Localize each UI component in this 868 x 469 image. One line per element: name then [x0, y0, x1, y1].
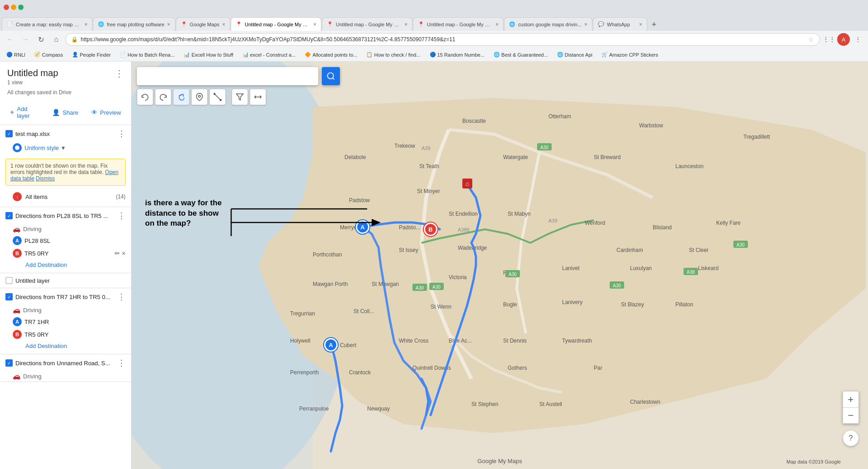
- filter-btn[interactable]: [232, 89, 248, 105]
- tab-map-plotting[interactable]: 🌐 free map plotting software ×: [93, 17, 175, 31]
- header-menu-btn[interactable]: ⋮: [115, 68, 124, 79]
- bookmark-favicon-batch-rename: 📄: [120, 52, 126, 58]
- new-tab-btn[interactable]: +: [648, 18, 660, 31]
- svg-text:Bugle: Bugle: [503, 301, 517, 308]
- layer-directions-pl28-header[interactable]: ✓ Directions from PL28 8SL to TR5 ... ⋮: [0, 207, 131, 224]
- tab-untitled-map-2[interactable]: 📍 Untitled map - Google My M... ×: [322, 17, 412, 31]
- layer-directions-tr7-header[interactable]: ✓ Directions from TR7 1HR to TR5 0... ⋮: [0, 288, 131, 305]
- tab-favicon-create-map: 📄: [7, 21, 13, 28]
- tab-close-custom-maps[interactable]: ×: [584, 21, 587, 28]
- tab-close-untitled-map-active[interactable]: ×: [313, 21, 316, 28]
- share-btn[interactable]: 👤 Share: [49, 107, 81, 118]
- layer-directions-unnamed-checkbox[interactable]: ✓: [5, 359, 13, 367]
- layer-test-map-checkbox[interactable]: ✓: [5, 130, 13, 137]
- tab-close-whatsapp[interactable]: ×: [639, 21, 642, 28]
- annotation-arrow: [231, 209, 385, 236]
- layer-directions-unnamed-menu[interactable]: ⋮: [117, 358, 126, 368]
- undo-btn[interactable]: [137, 89, 153, 105]
- layer-test-map-menu[interactable]: ⋮: [117, 129, 126, 139]
- layer-directions-unnamed-header[interactable]: ✓ Directions from Unnamed Road, S... ⋮: [0, 354, 131, 372]
- tab-whatsapp[interactable]: 💬 WhatsApp ×: [593, 17, 647, 31]
- bookmark-check-find[interactable]: 📋 How to check / find...: [364, 51, 423, 59]
- extensions-icon[interactable]: ⋮⋮: [823, 33, 835, 46]
- add-marker-btn[interactable]: [191, 89, 208, 105]
- tab-close-create-map[interactable]: ×: [84, 21, 87, 28]
- bookmark-amazon-cpp[interactable]: 🛒 Amazon CPP Stickers: [599, 51, 661, 59]
- map-search-input[interactable]: [137, 67, 318, 85]
- tab-close-untitled-map-3[interactable]: ×: [495, 21, 499, 28]
- bookmark-best-guaranteed[interactable]: 🌐 Best & Guaranteed...: [491, 51, 551, 59]
- tab-close-map-plotting[interactable]: ×: [167, 21, 170, 28]
- pan-btn[interactable]: [173, 89, 189, 105]
- svg-text:Perranpuloe: Perranpuloe: [299, 406, 329, 412]
- bookmark-random-numbers[interactable]: 🔵 15 Random Numbe...: [427, 51, 488, 59]
- waypoint-b-delete-icon[interactable]: ×: [122, 250, 126, 257]
- svg-point-90: [199, 95, 201, 97]
- bookmark-star-icon[interactable]: ☆: [808, 36, 814, 43]
- redo-btn[interactable]: [155, 89, 171, 105]
- add-destination-btn-pl28[interactable]: Add Destination: [25, 261, 67, 268]
- driving-icon-unnamed: 🚗: [13, 372, 20, 380]
- tab-custom-maps[interactable]: 🌐 custom google maps drivin... ×: [504, 17, 592, 31]
- maximize-window-btn[interactable]: [18, 5, 24, 10]
- close-window-btn[interactable]: [4, 5, 9, 10]
- bookmark-allocated-points[interactable]: 🔶 Allocated points to...: [302, 51, 360, 59]
- map-search-btn[interactable]: [322, 67, 340, 85]
- hand-icon: [177, 93, 185, 101]
- help-btn[interactable]: ?: [843, 430, 859, 446]
- tab-google-maps[interactable]: 📍 Google Maps ×: [176, 17, 230, 31]
- bookmark-excel-construct[interactable]: 📊 excel - Construct a...: [240, 51, 299, 59]
- add-destination-btn-tr7[interactable]: Add Destination: [25, 343, 67, 349]
- add-layer-btn[interactable]: + Add layer: [7, 104, 42, 121]
- measure-btn[interactable]: [250, 89, 266, 105]
- map-area[interactable]: A389 A39 A39 Boscastle Otterham Warbstow…: [131, 62, 868, 469]
- svg-text:Lanivet: Lanivet: [562, 265, 580, 271]
- uniform-style-row[interactable]: Uniform style ▾: [0, 142, 131, 156]
- zoom-in-btn[interactable]: +: [843, 391, 859, 407]
- dismiss-link[interactable]: Dismiss: [36, 175, 55, 182]
- tab-untitled-map-3[interactable]: 📍 Untitled map - Google My M... ×: [413, 17, 504, 31]
- home-btn[interactable]: ⌂: [50, 33, 63, 46]
- zoom-controls: + −: [843, 391, 859, 424]
- reload-btn[interactable]: ↻: [34, 33, 47, 46]
- minimize-window-btn[interactable]: [11, 5, 16, 10]
- tab-untitled-map-active[interactable]: 📍 Untitled map - Google My M... ×: [231, 17, 321, 31]
- bookmark-distance-api[interactable]: 🌐 Distance Api: [554, 51, 595, 59]
- url-bar[interactable]: 🔒 https://www.google.com/maps/d/u/0/edit…: [65, 33, 820, 46]
- svg-text:Watergate: Watergate: [503, 154, 528, 160]
- waypoint-marker-a-pl28: A: [13, 236, 22, 245]
- waypoint-b-edit-icon[interactable]: ✏: [115, 250, 120, 257]
- tab-favicon-untitled-map-2: 📍: [327, 21, 333, 28]
- layer-directions-pl28-menu[interactable]: ⋮: [117, 211, 126, 221]
- waypoint-label-a-pl28: PL28 8SL: [24, 237, 126, 244]
- tab-close-untitled-map-2[interactable]: ×: [404, 21, 407, 28]
- svg-marker-95: [372, 219, 381, 226]
- uniform-style-chevron: ▾: [62, 144, 65, 151]
- bookmark-label-compass: Compass: [42, 52, 63, 58]
- bookmark-rnll[interactable]: 🔵 RNLl: [4, 51, 28, 59]
- layer-untitled-checkbox[interactable]: [5, 277, 13, 284]
- svg-text:Launceston: Launceston: [675, 163, 703, 169]
- chrome-menu-icon[interactable]: ⋮: [852, 33, 864, 46]
- layer-directions-tr7-checkbox[interactable]: ✓: [5, 293, 13, 300]
- bookmark-compass[interactable]: 🧭 Compass: [31, 51, 65, 59]
- svg-text:St Wenn: St Wenn: [431, 304, 451, 310]
- profile-icon[interactable]: A: [837, 33, 850, 46]
- draw-line-btn[interactable]: [209, 89, 226, 105]
- svg-text:A: A: [329, 342, 333, 348]
- bookmark-excell[interactable]: 📊 Excell How to Stuff: [181, 51, 236, 59]
- layer-test-map-header[interactable]: ✓ test map.xlsx ⋮: [0, 125, 131, 142]
- zoom-out-btn[interactable]: −: [843, 407, 859, 424]
- all-items-row[interactable]: ! All items (14): [0, 189, 131, 207]
- preview-btn[interactable]: 👁 Preview: [88, 107, 124, 118]
- back-btn[interactable]: ←: [4, 33, 16, 46]
- svg-text:Gothers: Gothers: [508, 365, 527, 371]
- tab-close-google-maps[interactable]: ×: [222, 21, 225, 28]
- forward-btn[interactable]: →: [19, 33, 32, 46]
- tab-create-map[interactable]: 📄 Create a map: easily map m... ×: [2, 17, 92, 31]
- layer-directions-pl28-checkbox[interactable]: ✓: [5, 212, 13, 219]
- layer-directions-tr7-menu[interactable]: ⋮: [117, 292, 126, 302]
- svg-text:Porthcothan: Porthcothan: [313, 251, 342, 258]
- bookmark-batch-rename[interactable]: 📄 How to Batch Rena...: [117, 51, 177, 59]
- bookmark-people-finder[interactable]: 👤 People Finder: [69, 51, 114, 59]
